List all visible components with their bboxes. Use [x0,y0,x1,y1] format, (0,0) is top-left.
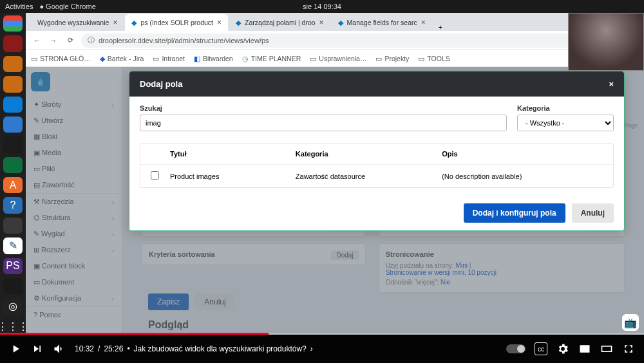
col-title: Tytuł [170,150,296,158]
video-controls: 10:32 / 25:26 • Jak zbudować widok dla w… [0,335,644,363]
bookmark[interactable]: ▭ STRONA GŁÓ… [31,55,91,62]
browser-tab[interactable]: ◆Zarządzaj polami | droo× [229,14,330,31]
browser-toolbar: ← → ⟳ ⓘ drooplersolr.ddev.site/pl/admin/… [26,31,644,50]
browser-window: Wygodne wyszukiwanie× ◆ps (Index SOLR pr… [26,13,644,335]
cancel-button[interactable]: Anuluj [572,203,614,223]
theater-icon[interactable] [600,342,613,355]
modal-title: Dodaj pola [140,79,182,89]
dock-phpstorm-icon[interactable]: PS [3,258,23,274]
stream-icon[interactable]: 📺 [622,314,639,331]
os-top-bar: Activities ● Google Chrome sie 14 09:34 [0,0,644,13]
forward-icon[interactable]: → [48,37,59,44]
browser-tab[interactable]: Wygodne wyszukiwanie× [31,14,124,31]
reload-icon[interactable]: ⟳ [64,36,76,44]
dock-obs-icon[interactable]: ◎ [3,298,23,314]
category-label: Kategoria [517,104,614,112]
close-icon[interactable]: × [217,18,222,27]
dock-app-icon[interactable] [3,157,23,173]
bookmark[interactable]: ◧ Bitwarden [194,55,233,62]
dock-chrome-icon[interactable] [3,15,23,32]
fields-table: Tytuł Kategoria Opis Product images Zawa… [140,143,614,188]
bookmark[interactable]: ◷ TIME PLANNER [242,55,301,62]
browser-tab[interactable]: ◆Manage fields for searc× [332,14,432,31]
settings-icon[interactable] [556,342,569,355]
chevron-right-icon[interactable]: › [310,344,313,353]
col-description: Opis [442,150,609,158]
tab-strip: Wygodne wyszukiwanie× ◆ps (Index SOLR pr… [26,13,644,31]
autoplay-toggle[interactable] [506,344,526,353]
row-category: Zawartość datasource [296,172,442,180]
url-text: drooplersolr.ddev.site/pl/admin/structur… [99,37,269,44]
bookmark[interactable]: ▭ TOOLS [418,55,450,62]
dock-app-icon[interactable]: A [3,177,23,193]
bookmark[interactable]: ◆ Bartek - Jira [100,55,144,62]
bookmark[interactable]: ▭ Intranet [153,55,185,62]
site-info-icon[interactable]: ⓘ [88,35,95,45]
back-icon[interactable]: ← [31,37,43,44]
close-icon[interactable]: × [609,79,614,89]
app-menu[interactable]: ● Google Chrome [39,3,95,10]
row-title: Product images [170,172,296,180]
dock-app-icon[interactable] [3,35,23,51]
category-select[interactable]: - Wszystko - [517,115,614,131]
bookmark[interactable]: ▭ Usprawnienia… [310,55,366,62]
svg-rect-0 [602,346,612,351]
url-bar[interactable]: ⓘ drooplersolr.ddev.site/pl/admin/struct… [81,33,592,48]
dock-app-icon[interactable]: ✎ [3,237,23,254]
dock-app-icon[interactable] [3,136,23,153]
close-icon[interactable]: × [421,18,426,27]
close-icon[interactable]: × [113,18,117,27]
browser-tab[interactable]: ◆ps (Index SOLR product× [125,14,228,31]
dock-app-icon[interactable] [3,97,23,113]
miniplayer-icon[interactable] [578,342,591,355]
add-fields-modal: Dodaj pola × Szukaj Kategoria - Wszystko… [129,71,625,231]
video-time: 10:32 / 25:26 • Jak zbudować widok dla w… [75,344,313,353]
captions-icon[interactable]: cc [535,342,547,355]
search-input[interactable] [140,115,507,131]
clock[interactable]: sie 14 09:34 [303,3,341,10]
table-row: Product images Zawartość datasource (No … [140,164,613,187]
webcam-overlay [568,13,644,71]
volume-icon[interactable] [53,342,66,355]
add-configure-button[interactable]: Dodaj i konfiguruj pola [464,203,565,223]
page-content: 💧 ✦ Skróty› ✎ Utwórz ▦ Bloki ▣ Media ▭ P… [26,67,644,335]
row-description: (No description available) [442,172,609,180]
close-icon[interactable]: × [319,18,324,27]
play-icon[interactable] [9,342,22,355]
dock-app-icon[interactable] [3,278,23,294]
dock-help-icon[interactable]: ? [3,197,23,213]
dock-app-icon[interactable] [3,56,23,72]
dock-app-icon[interactable] [3,116,23,133]
fullscreen-icon[interactable] [622,342,635,355]
row-checkbox[interactable] [151,171,159,180]
bookmarks-bar: ▭ STRONA GŁÓ… ◆ Bartek - Jira ▭ Intranet… [26,50,644,67]
next-icon[interactable] [31,342,44,355]
chapter-title[interactable]: Jak zbudować widok dla wyszukiwarki prod… [134,344,307,353]
dock-app-icon[interactable] [3,218,23,234]
modal-header: Dodaj pola × [129,71,624,97]
activities[interactable]: Activities [5,3,33,10]
bookmark[interactable]: ▭ Projekty [375,55,409,62]
dock: A ? ✎ PS ◎ ⋮⋮⋮ [0,13,26,335]
search-label: Szukaj [140,104,507,112]
col-category: Kategoria [296,150,442,158]
dock-app-icon[interactable] [3,76,23,92]
new-tab-button[interactable]: + [433,23,448,31]
